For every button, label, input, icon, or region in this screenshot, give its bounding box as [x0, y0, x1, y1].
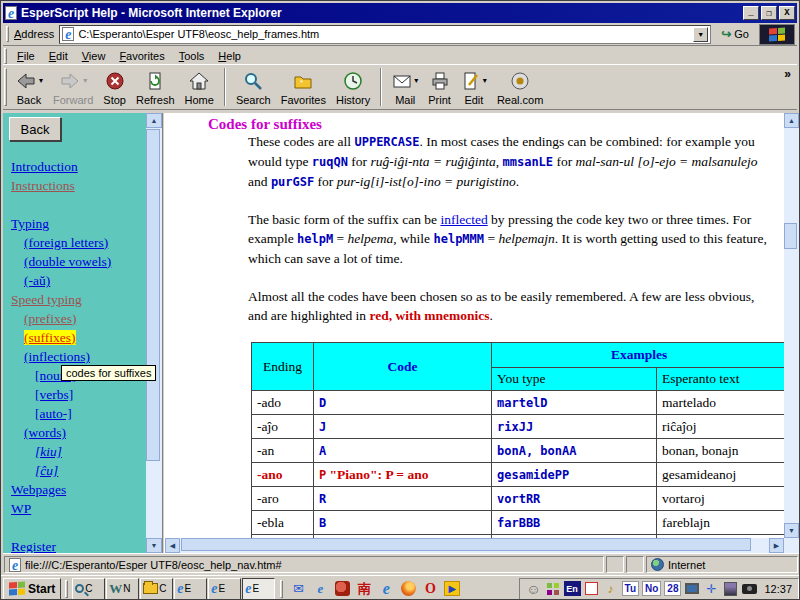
- ie-small-icon[interactable]: e: [311, 580, 329, 598]
- text-segment: .: [516, 174, 519, 189]
- nav-link-words[interactable]: (words): [11, 423, 143, 442]
- go-button[interactable]: ↪ Go: [715, 25, 755, 44]
- volume-icon[interactable]: ♪: [603, 581, 619, 597]
- nav-scrollbar[interactable]: ▲: [146, 113, 162, 538]
- task-button-word[interactable]: W N: [106, 578, 139, 600]
- start-button[interactable]: Start: [3, 578, 61, 600]
- nav-back-button[interactable]: Back: [9, 117, 61, 141]
- refresh-button[interactable]: Refresh: [131, 65, 180, 109]
- tray-date-day[interactable]: Tu: [622, 581, 639, 596]
- menu-view[interactable]: View: [75, 49, 113, 63]
- toolbar-grip[interactable]: [6, 26, 9, 42]
- content-hscrollbar[interactable]: ◀ ▶: [165, 538, 784, 553]
- search-button[interactable]: Search: [231, 65, 276, 109]
- nav-link-speed-typing[interactable]: Speed typing: [11, 290, 143, 309]
- nav-link-introduction[interactable]: Introduction: [11, 157, 143, 176]
- menubar-grip[interactable]: [4, 48, 7, 64]
- dots-tray-icon[interactable]: [545, 581, 561, 597]
- inline-link[interactable]: inflected: [440, 212, 487, 227]
- favorites-button[interactable]: * Favorites: [276, 65, 331, 109]
- ie-window-icon: e: [5, 6, 17, 20]
- nav-link-double-vowels[interactable]: (double vowels): [11, 252, 143, 271]
- mail-dropdown-icon[interactable]: ▾: [414, 76, 418, 85]
- address-value[interactable]: C:\Esperanto\Esper UTF8\eosc_help_frames…: [78, 28, 693, 40]
- capture-tray-icon[interactable]: [584, 581, 600, 597]
- scroll-down-button[interactable]: ▼: [784, 523, 799, 538]
- nav-link-webpages[interactable]: Webpages: [11, 480, 143, 499]
- scroll-thumb[interactable]: [784, 223, 797, 249]
- taskbar-grip[interactable]: [65, 580, 68, 598]
- nav-link-register[interactable]: Register: [11, 537, 143, 553]
- task-button-folder[interactable]: C: [140, 578, 173, 600]
- task-button-ie-1[interactable]: e E: [174, 578, 207, 600]
- task-button-find[interactable]: C: [72, 578, 105, 600]
- media-player-icon[interactable]: ▶: [443, 580, 461, 598]
- taskbar-grip[interactable]: [280, 580, 283, 598]
- you-type-cell: bonA, bonAA: [492, 439, 657, 463]
- minimize-button[interactable]: _: [743, 6, 759, 20]
- mail-compose-icon[interactable]: ✉: [289, 580, 307, 598]
- red-logo-icon[interactable]: [333, 580, 351, 598]
- scroll-right-button[interactable]: ▶: [769, 538, 784, 553]
- address-input[interactable]: e C:\Esperanto\Esper UTF8\eosc_help_fram…: [59, 25, 711, 44]
- portrait-tray-icon[interactable]: [722, 581, 738, 597]
- task-button-ie-active[interactable]: e E: [242, 578, 275, 600]
- restore-button[interactable]: ❐: [761, 6, 777, 20]
- nav-link-foreign-letters[interactable]: (foreign letters): [11, 233, 143, 252]
- scroll-up-button[interactable]: ▲: [146, 113, 162, 128]
- edit-button[interactable]: ▾ Edit: [456, 65, 492, 109]
- tray-date-number[interactable]: 28: [664, 581, 681, 596]
- mail-button[interactable]: ▾ Mail: [387, 65, 423, 109]
- nav-link-suffixes[interactable]: (suffixes): [24, 330, 76, 345]
- scroll-thumb[interactable]: [146, 129, 160, 461]
- nav-link-cu[interactable]: [ĉu]: [11, 461, 143, 480]
- toolbar-overflow-chevron[interactable]: »: [784, 67, 791, 81]
- taskbar-clock[interactable]: 12:37: [764, 583, 792, 595]
- nav-scroll-down-button[interactable]: ▼: [146, 538, 162, 553]
- scroll-left-button[interactable]: ◀: [165, 538, 180, 553]
- language-indicator[interactable]: En: [564, 581, 581, 596]
- scroll-up-button[interactable]: ▲: [784, 113, 799, 128]
- history-button[interactable]: History: [331, 65, 375, 109]
- tray-date-month[interactable]: No: [642, 581, 661, 596]
- opera-icon[interactable]: O: [421, 580, 439, 598]
- nav-link-auto[interactable]: [auto-]: [11, 404, 143, 423]
- display-settings-icon[interactable]: [684, 581, 700, 597]
- menu-favorites[interactable]: Favorites: [112, 49, 171, 63]
- text-segment: for: [348, 154, 371, 169]
- nav-link-kiu[interactable]: [kiu]: [11, 442, 143, 461]
- task-button-ie-2[interactable]: e E: [208, 578, 241, 600]
- home-button[interactable]: Home: [180, 65, 219, 109]
- close-button[interactable]: X: [779, 6, 795, 20]
- nav-link-au[interactable]: (-aŭ): [11, 271, 143, 290]
- toolbar-grip-2[interactable]: [4, 68, 7, 106]
- page-icon: e: [62, 27, 74, 41]
- scroll-thumb[interactable]: [181, 538, 751, 551]
- menu-edit[interactable]: Edit: [42, 49, 75, 63]
- forward-button[interactable]: ▾ Forward: [48, 65, 98, 109]
- ie-launcher-icon[interactable]: e: [377, 580, 395, 598]
- print-button[interactable]: Print: [423, 65, 456, 109]
- nav-link-inflections[interactable]: (inflections): [11, 347, 143, 366]
- firefox-icon[interactable]: [399, 580, 417, 598]
- camera-tray-icon[interactable]: [741, 581, 757, 597]
- nav-link-typing[interactable]: Typing: [11, 214, 143, 233]
- menu-file[interactable]: File: [10, 49, 42, 63]
- back-dropdown-icon[interactable]: ▾: [39, 76, 43, 85]
- address-dropdown-button[interactable]: ▼: [693, 27, 708, 42]
- edit-dropdown-icon[interactable]: ▾: [483, 76, 487, 85]
- crosshair-icon[interactable]: ✛: [703, 581, 719, 597]
- nav-link-prefixes[interactable]: (prefixes): [11, 309, 143, 328]
- stop-button[interactable]: Stop: [98, 65, 131, 109]
- nav-link-instructions[interactable]: Instructions: [11, 176, 143, 195]
- nan-character-icon[interactable]: 南: [355, 580, 373, 598]
- nav-link-verbs[interactable]: [verbs]: [11, 385, 143, 404]
- realcom-button[interactable]: Real.com: [492, 65, 548, 109]
- nav-link-wp[interactable]: WP: [11, 499, 143, 518]
- menu-tools[interactable]: Tools: [172, 49, 212, 63]
- forward-dropdown-icon[interactable]: ▾: [83, 76, 87, 85]
- menu-help[interactable]: Help: [211, 49, 248, 63]
- face-tray-icon[interactable]: ☺: [526, 581, 542, 597]
- back-button[interactable]: ▾ Back: [10, 65, 48, 109]
- content-vscrollbar[interactable]: ▲ ▼: [784, 113, 799, 538]
